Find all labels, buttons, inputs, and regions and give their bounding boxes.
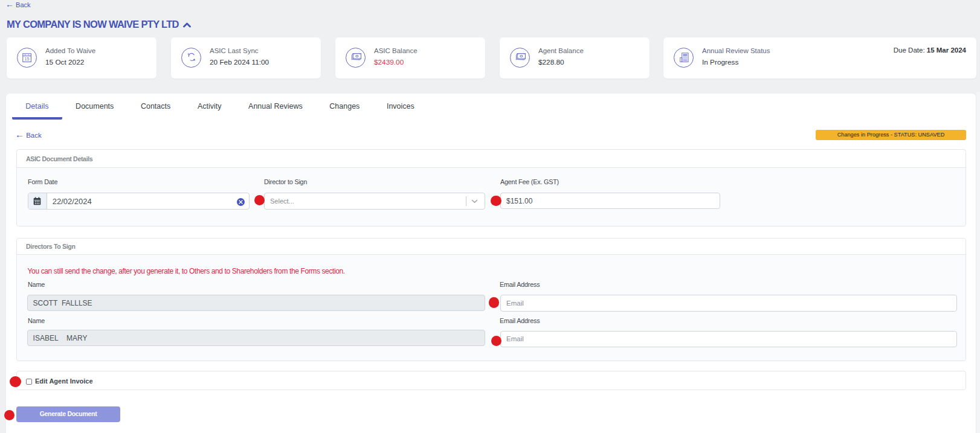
svg-text:15: 15 <box>25 56 30 61</box>
